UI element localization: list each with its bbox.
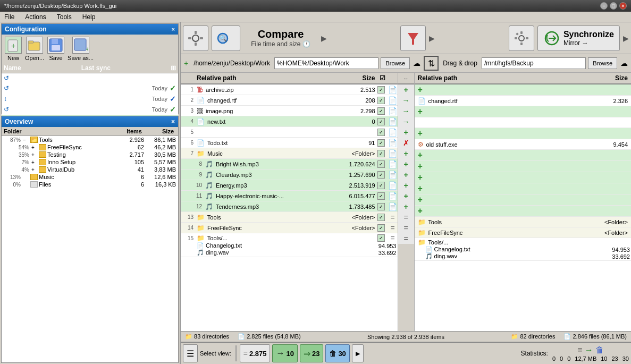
- left-row1-check[interactable]: ✓: [377, 86, 385, 94]
- right-file-row-14[interactable]: 📁 FreeFileSync <Folder>: [415, 227, 632, 238]
- right-path-input[interactable]: [482, 57, 586, 69]
- left-row1-action[interactable]: 📄: [388, 86, 398, 94]
- arrow-right-filter-button[interactable]: → 10: [272, 344, 297, 362]
- left-file-row-12[interactable]: 12 🎵 Tenderness.mp3 1.733.485 ✓ 📄: [181, 201, 398, 212]
- config-close-button[interactable]: ×: [172, 26, 175, 32]
- left-row9-action[interactable]: 📄: [388, 171, 398, 179]
- left-row12-check[interactable]: ✓: [377, 203, 385, 210]
- mid-action-12[interactable]: +: [398, 201, 414, 212]
- left-row2-check[interactable]: ✓: [377, 97, 385, 104]
- save-as-config-button[interactable]: + Save as...: [68, 37, 94, 61]
- right-file-row-5[interactable]: +: [415, 128, 632, 139]
- sync-arrow-button[interactable]: ⇒ 23: [300, 344, 323, 362]
- right-file-row-2[interactable]: 📄 changed.rtf 2.326: [415, 96, 632, 106]
- mid-action-5[interactable]: +: [398, 127, 414, 138]
- left-row8-check[interactable]: ✓: [377, 160, 385, 168]
- open-config-button[interactable]: Open...: [25, 37, 44, 61]
- right-cloud-icon[interactable]: ☁: [619, 58, 629, 69]
- right-file-row-9[interactable]: +: [415, 172, 632, 183]
- menu-help[interactable]: Help: [80, 13, 98, 21]
- left-row6-action[interactable]: 📄: [388, 139, 398, 147]
- left-file-row-10[interactable]: 10 🎵 Energy.mp3 2.513.919 ✓ 📄: [181, 180, 398, 191]
- overview-row-tools[interactable]: 87% − 📁 Tools 2.926 86,1 MB: [2, 136, 178, 143]
- mid-action-1[interactable]: +: [398, 84, 414, 95]
- left-row9-check[interactable]: ✓: [377, 171, 385, 179]
- left-row5-action[interactable]: 📄: [388, 128, 398, 137]
- settings-button[interactable]: [183, 26, 208, 51]
- right-file-row-15[interactable]: 📁 Tools/... 📄 Changelog.txt 94.953 🎵 din…: [415, 238, 632, 261]
- close-button[interactable]: ×: [619, 2, 627, 10]
- left-file-row-6[interactable]: 6 📄 Todo.txt 91 ✓ 📄: [181, 138, 398, 148]
- left-row4-check[interactable]: ✓: [377, 118, 385, 125]
- menu-tools[interactable]: Tools: [55, 13, 74, 21]
- left-cloud-icon[interactable]: ☁: [412, 58, 422, 69]
- left-file-row-15[interactable]: 15 📁 Tools/... ✓ = 📄 Changelog.txt 94.95…: [181, 233, 398, 257]
- maximize-button[interactable]: □: [610, 2, 617, 10]
- select-view-button[interactable]: ☰: [183, 344, 198, 362]
- left-file-row-13[interactable]: 13 📁 Tools <Folder> ✓ =: [181, 212, 398, 223]
- right-file-row-10[interactable]: +: [415, 183, 632, 194]
- left-row5-check[interactable]: ✓: [377, 129, 385, 136]
- overview-row-files[interactable]: 0% Files 6 16,3 KB: [2, 181, 178, 188]
- mid-action-11[interactable]: +: [398, 191, 414, 201]
- left-row6-check[interactable]: ✓: [377, 139, 385, 147]
- overview-row-music[interactable]: 13% Music 6 12,6 MB: [2, 173, 178, 181]
- right-browse-button[interactable]: Browse: [588, 57, 617, 69]
- left-file-row-14[interactable]: 14 📁 FreeFileSync <Folder> ✓ =: [181, 223, 398, 233]
- synchronize-button[interactable]: Synchronize Mirror →: [537, 26, 620, 51]
- mid-action-9[interactable]: +: [398, 170, 414, 180]
- config-session-firefox[interactable]: ↺ Backup Firefox Today ✓: [2, 83, 178, 94]
- compare-button[interactable]: 🔍: [212, 26, 240, 51]
- drag-drop-button[interactable]: ⇅: [424, 56, 439, 71]
- left-row13-action[interactable]: =: [388, 213, 398, 222]
- right-file-row-13[interactable]: 📁 Tools <Folder>: [415, 217, 632, 227]
- left-row10-check[interactable]: ✓: [377, 182, 385, 189]
- more-button[interactable]: ▶: [352, 344, 364, 362]
- overview-close-button[interactable]: ×: [171, 118, 175, 125]
- config-session-vms[interactable]: ↺ Backup VMs Today ✓: [2, 104, 178, 115]
- left-file-row-3[interactable]: 3 🖼 image.png 2.298 ✓ 📄: [181, 106, 398, 116]
- left-row10-action[interactable]: 📄: [388, 181, 398, 190]
- compare-arrow[interactable]: ▶: [321, 34, 327, 43]
- mid-action-15[interactable]: =: [398, 233, 414, 244]
- left-row14-action[interactable]: =: [388, 224, 398, 232]
- right-file-row-8[interactable]: +: [415, 161, 632, 172]
- equals-filter-button[interactable]: = 2.875: [240, 344, 271, 362]
- left-file-row-4[interactable]: 4 📄 new.txt 0 ✓ 📄: [181, 116, 398, 127]
- right-file-row-6[interactable]: ⚙ old stuff.exe 9.454: [415, 139, 632, 150]
- mid-action-10[interactable]: +: [398, 180, 414, 191]
- left-file-row-2[interactable]: 2 📄 changed.rtf 208 ✓ 📄: [181, 95, 398, 106]
- right-file-row-12[interactable]: +: [415, 206, 632, 217]
- mid-action-8[interactable]: +: [398, 159, 414, 170]
- mid-action-2[interactable]: →: [398, 95, 414, 106]
- sync-arrow[interactable]: ▶: [623, 34, 629, 43]
- left-row14-check[interactable]: ✓: [377, 224, 385, 232]
- add-left-path-button[interactable]: +: [183, 58, 189, 69]
- save-config-button[interactable]: Save: [47, 37, 64, 61]
- overview-row-testing[interactable]: 35% + Testing 2.717 30,5 MB: [2, 151, 178, 158]
- left-file-row-9[interactable]: 9 🎵 Clearday.mp3 1.257.690 ✓ 📄: [181, 170, 398, 180]
- left-file-row-7[interactable]: 7 📁 Music <Folder> ✓ 📄: [181, 148, 398, 159]
- left-file-row-5[interactable]: 5 ✓ 📄: [181, 127, 398, 138]
- menu-actions[interactable]: Actions: [23, 13, 48, 21]
- left-row13-check[interactable]: ✓: [377, 214, 385, 221]
- left-row8-action[interactable]: 📄: [388, 160, 398, 168]
- minimize-button[interactable]: −: [600, 2, 608, 10]
- filter-button[interactable]: [400, 26, 426, 51]
- mid-action-13[interactable]: =: [398, 212, 414, 223]
- mid-action-4[interactable]: →: [398, 116, 414, 127]
- left-file-row-11[interactable]: 11 🎵 Happy-electronic-music-... 6.015.47…: [181, 191, 398, 201]
- left-row2-action[interactable]: 📄: [388, 96, 398, 105]
- left-row7-check[interactable]: ✓: [377, 150, 385, 157]
- overview-row-freefilesync[interactable]: 54% + FreeFileSync 62 46,2 MB: [2, 143, 178, 151]
- left-row4-action[interactable]: 📄: [388, 117, 398, 126]
- new-config-button[interactable]: + New: [5, 37, 22, 61]
- overview-row-virtualdub[interactable]: 4% + VirtualDub 41 3,83 MB: [2, 166, 178, 173]
- right-file-row-4[interactable]: [415, 117, 632, 128]
- mid-action-6[interactable]: ✗: [398, 138, 414, 148]
- menu-file[interactable]: File: [2, 13, 16, 21]
- right-file-row-1[interactable]: +: [415, 84, 632, 96]
- right-file-row-3[interactable]: +: [415, 106, 632, 117]
- filter-arrow[interactable]: ▶: [429, 34, 435, 43]
- left-row15-check[interactable]: ✓: [377, 234, 385, 242]
